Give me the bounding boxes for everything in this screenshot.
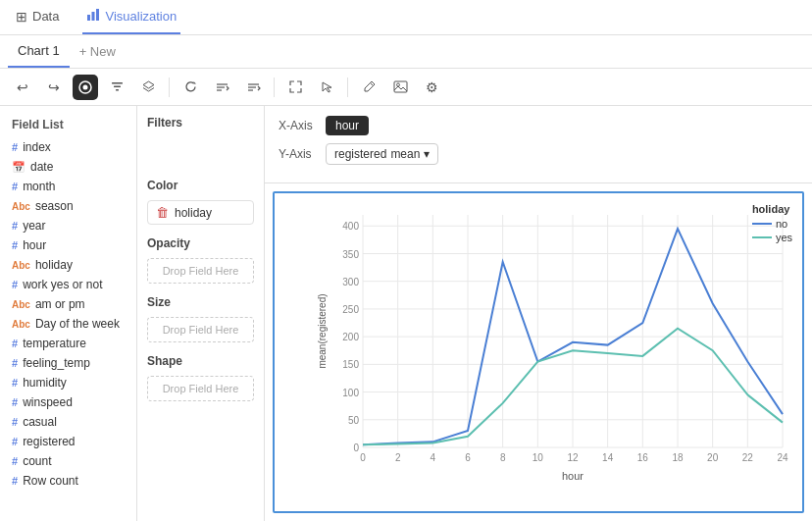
undo-button[interactable]: ↩ <box>10 75 35 100</box>
nav-data[interactable]: ⊞ Data <box>12 0 63 34</box>
sort-asc-button[interactable] <box>209 75 234 100</box>
sep2 <box>274 78 275 97</box>
svg-line-14 <box>370 83 373 86</box>
svg-text:300: 300 <box>342 277 359 287</box>
svg-text:4: 4 <box>431 452 436 463</box>
refresh-button[interactable] <box>178 75 203 100</box>
field-item-month[interactable]: #month <box>0 177 136 196</box>
field-item-season[interactable]: Abcseason <box>0 196 136 216</box>
sep3 <box>347 78 348 97</box>
field-name: season <box>35 199 74 213</box>
data-icon: ⊞ <box>16 9 27 25</box>
field-name: work yes or not <box>23 278 102 291</box>
svg-text:24: 24 <box>777 452 788 463</box>
field-name: humidity <box>23 376 67 390</box>
shape-drop-zone[interactable]: Drop Field Here <box>147 376 254 401</box>
field-item-hour[interactable]: #hour <box>0 235 136 255</box>
svg-text:200: 200 <box>342 332 359 342</box>
field-item-Row_count[interactable]: #Row count <box>0 471 136 491</box>
svg-text:250: 250 <box>342 304 359 315</box>
chart-type-button[interactable] <box>73 75 98 100</box>
field-item-year[interactable]: #year <box>0 216 136 235</box>
field-item-winspeed[interactable]: #winspeed <box>0 392 136 412</box>
svg-text:50: 50 <box>348 415 360 426</box>
field-item-am_or_pm[interactable]: Abcam or pm <box>0 294 136 314</box>
field-item-casual[interactable]: #casual <box>0 412 136 432</box>
hash-icon: # <box>12 141 18 153</box>
field-name: Day of the week <box>35 317 120 331</box>
chart-svg: 0501001502002503003504000246810121416182… <box>314 205 792 482</box>
x-axis-field[interactable]: hour <box>326 116 369 135</box>
color-field-label: holiday <box>175 206 212 220</box>
y-axis-field[interactable]: registered mean ▾ <box>326 143 438 165</box>
field-list-title: Field List <box>0 114 136 137</box>
tab-chart1[interactable]: Chart 1 <box>8 35 70 68</box>
field-item-work_yes_or_not[interactable]: #work yes or not <box>0 275 136 294</box>
chart-legend: holiday no yes <box>752 203 792 243</box>
cal-icon: 📅 <box>12 161 25 174</box>
new-tab-button[interactable]: + New <box>74 44 122 59</box>
color-title: Color <box>147 179 254 192</box>
field-name: date <box>30 160 53 174</box>
svg-text:20: 20 <box>707 452 719 463</box>
main-content: Field List #index📅date#monthAbcseason#ye… <box>0 106 812 521</box>
expand-button[interactable] <box>282 75 308 100</box>
field-item-registered[interactable]: #registered <box>0 432 136 451</box>
select-button[interactable] <box>314 75 339 100</box>
field-list: #index📅date#monthAbcseason#year#hourAbch… <box>0 137 136 491</box>
x-axis-label: X-Axis <box>279 119 318 132</box>
field-item-humidity[interactable]: #humidity <box>0 373 136 392</box>
field-item-temperature[interactable]: #temperature <box>0 334 136 353</box>
field-item-feeling_temp[interactable]: #feeling_temp <box>0 353 136 373</box>
field-name: holiday <box>35 258 73 272</box>
svg-text:14: 14 <box>602 452 614 463</box>
svg-rect-6 <box>114 86 121 88</box>
image-button[interactable] <box>387 75 413 100</box>
field-name: Row count <box>23 474 78 488</box>
svg-text:150: 150 <box>342 359 359 370</box>
legend-item-no: no <box>752 218 792 230</box>
svg-point-4 <box>83 84 88 89</box>
opacity-drop-zone[interactable]: Drop Field Here <box>147 258 254 284</box>
chart-container: 0501001502002503003504000246810121416182… <box>273 191 804 513</box>
field-item-count[interactable]: #count <box>0 451 136 471</box>
field-item-index[interactable]: #index <box>0 137 136 157</box>
size-drop-zone[interactable]: Drop Field Here <box>147 317 254 342</box>
settings-button[interactable]: ⚙ <box>419 75 444 100</box>
top-nav: ⊞ Data Visualization <box>0 0 812 35</box>
svg-text:350: 350 <box>342 249 359 260</box>
field-name: winspeed <box>23 395 73 409</box>
sep1 <box>169 78 170 97</box>
hash-icon: # <box>12 455 18 467</box>
hash-icon: # <box>12 239 18 251</box>
legend-item-yes: yes <box>752 232 792 243</box>
svg-text:hour: hour <box>562 470 584 482</box>
sort-desc-button[interactable] <box>240 75 266 100</box>
shape-title: Shape <box>147 354 254 368</box>
y-axis-label: Y-Axis <box>279 147 318 161</box>
pen-button[interactable] <box>356 75 381 100</box>
svg-rect-1 <box>92 12 95 21</box>
hash-icon: # <box>12 396 18 408</box>
filter-button[interactable] <box>104 75 129 100</box>
svg-rect-5 <box>112 82 123 84</box>
redo-button[interactable]: ↪ <box>41 75 67 100</box>
svg-rect-2 <box>96 9 99 21</box>
svg-text:10: 10 <box>533 452 544 463</box>
svg-rect-0 <box>87 15 90 21</box>
abc-icon: Abc <box>12 201 30 212</box>
field-item-holiday[interactable]: Abcholiday <box>0 255 136 275</box>
svg-rect-15 <box>394 81 407 92</box>
field-item-Day_of_the_week[interactable]: AbcDay of the week <box>0 314 136 334</box>
field-name: hour <box>23 238 46 252</box>
svg-text:mean(registered): mean(registered) <box>317 293 328 368</box>
toolbar: ↩ ↪ ⚙ <box>0 69 812 106</box>
svg-text:18: 18 <box>672 452 684 463</box>
layers-button[interactable] <box>135 75 161 100</box>
nav-visualization[interactable]: Visualization <box>82 0 180 34</box>
size-title: Size <box>147 295 254 309</box>
trash-icon[interactable]: 🗑 <box>156 205 169 220</box>
opacity-title: Opacity <box>147 236 254 250</box>
color-field-chip[interactable]: 🗑 holiday <box>147 200 254 225</box>
field-item-date[interactable]: 📅date <box>0 157 136 177</box>
